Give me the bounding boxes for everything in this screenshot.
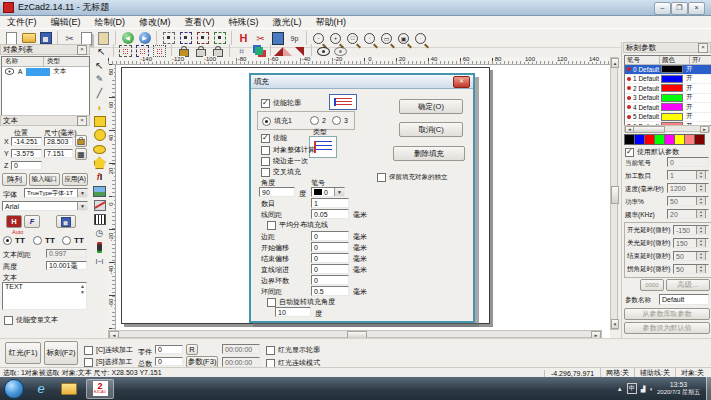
object-row[interactable]: A 文本 bbox=[2, 67, 89, 76]
width-field[interactable]: 28.503 bbox=[44, 137, 73, 146]
close-button[interactable]: × bbox=[688, 2, 705, 15]
text-panel-close-icon[interactable]: × bbox=[77, 116, 87, 126]
color-swatch[interactable] bbox=[695, 134, 705, 145]
end-delay-field[interactable]: 50▴▾ bbox=[673, 251, 709, 261]
scroll-up-icon[interactable]: ▲ bbox=[611, 58, 619, 68]
fill2-radio[interactable]: 2 bbox=[310, 116, 326, 125]
angle-field[interactable]: 90 bbox=[259, 187, 295, 197]
fill3-radio[interactable]: 3 bbox=[332, 116, 348, 125]
zoom-object-icon[interactable]: ◦ bbox=[361, 30, 378, 46]
chevron-down-icon[interactable]: ▼ bbox=[77, 202, 87, 210]
text-direction-horizontal[interactable]: TT bbox=[33, 236, 55, 245]
input-port-button[interactable]: 输入端口 bbox=[29, 173, 60, 186]
contour-preview-button[interactable] bbox=[329, 94, 357, 110]
pen-row[interactable]: 0 Default开 bbox=[625, 65, 711, 75]
ring-space-field[interactable]: 0.5 bbox=[311, 286, 349, 296]
laser-on-delay-field[interactable]: -150▴▾ bbox=[673, 225, 709, 235]
set-default-button[interactable]: 参数设为默认值 bbox=[624, 322, 710, 334]
output-port-tool-icon[interactable]: I~I bbox=[91, 253, 108, 269]
height-size-field[interactable]: 7.151 bbox=[44, 149, 73, 158]
enable-contour-checkbox[interactable]: 使能轮廓 bbox=[261, 98, 301, 108]
frequency-field[interactable]: 20▴▾ bbox=[667, 209, 709, 219]
clock[interactable]: 13:53 2020/7/3 星期五 bbox=[657, 380, 700, 397]
whole-calc-checkbox[interactable]: 对象整体计算 bbox=[261, 145, 315, 155]
reset-part-button[interactable]: R bbox=[186, 344, 198, 355]
zoom-prev-icon[interactable]: · bbox=[412, 30, 429, 46]
param-library-button[interactable]: 从参数库取参数 bbox=[624, 308, 710, 320]
z-position-field[interactable]: 0 bbox=[11, 161, 42, 170]
spinner-icon[interactable]: ▴▾ bbox=[696, 238, 706, 248]
y-position-field[interactable]: -3.575 bbox=[11, 149, 42, 158]
font-type-select[interactable]: TrueType字体-1T ▼ bbox=[24, 188, 88, 198]
mini-button[interactable]: 0000 bbox=[640, 279, 664, 291]
mark-params-close-icon[interactable]: × bbox=[698, 43, 708, 53]
color-swatch[interactable] bbox=[645, 134, 655, 145]
vertical-scrollbar[interactable]: ▲ ▼ bbox=[610, 57, 618, 330]
menu-modify[interactable]: 修改(M) bbox=[132, 16, 178, 29]
color-swatch[interactable] bbox=[685, 134, 695, 145]
select-mark-checkbox[interactable]: [S]选择加工 bbox=[84, 357, 133, 367]
pen-row[interactable]: 3 Default开 bbox=[625, 94, 711, 104]
menu-help[interactable]: 帮助(H) bbox=[309, 16, 354, 29]
pen-column[interactable]: 笔号 bbox=[625, 56, 660, 64]
average-lines-checkbox[interactable]: 平均分布填充线 bbox=[267, 220, 328, 230]
scrollbar-thumb[interactable] bbox=[611, 186, 619, 204]
scroll-down-icon[interactable]: ▼ bbox=[611, 319, 619, 329]
chevron-down-icon[interactable]: ▼ bbox=[334, 188, 344, 196]
spinner-icon[interactable]: ▴▾ bbox=[696, 264, 706, 274]
enable-checkbox[interactable]: 使能 bbox=[261, 133, 287, 143]
text-direction-auto[interactable]: TT bbox=[3, 236, 25, 245]
start-button[interactable] bbox=[4, 379, 24, 399]
ok-button[interactable]: 确定(O) bbox=[399, 99, 463, 114]
text-content-input[interactable]: TEXT bbox=[2, 282, 87, 310]
current-pen-field[interactable]: 0 bbox=[667, 157, 709, 167]
chevron-down-icon[interactable]: ▼ bbox=[77, 189, 87, 197]
x-position-field[interactable]: -14.251 bbox=[11, 137, 42, 146]
spinner-icon[interactable]: ▴▾ bbox=[696, 251, 706, 261]
rotate-angle-field[interactable]: 10 bbox=[275, 307, 311, 317]
line-space-field[interactable]: 0.05 bbox=[311, 209, 349, 219]
pen-table-scrollbar[interactable]: ◄ ► bbox=[624, 125, 710, 132]
show-desktop-button[interactable] bbox=[706, 377, 711, 400]
explorer-icon[interactable] bbox=[58, 380, 80, 398]
scroll-right-icon[interactable]: ► bbox=[700, 126, 709, 133]
laser-off-delay-field[interactable]: 150▴▾ bbox=[673, 238, 709, 248]
font-save-button[interactable] bbox=[56, 215, 76, 228]
on-column[interactable]: 开/ bbox=[690, 56, 700, 64]
char-spacing-field[interactable]: 0.997 bbox=[46, 249, 87, 258]
spinner-icon[interactable]: ▴▾ bbox=[696, 183, 706, 193]
char-height-field[interactable]: 10.001毫 bbox=[46, 261, 87, 270]
color-swatch[interactable] bbox=[675, 134, 685, 145]
corner-delay-field[interactable]: 50▴▾ bbox=[673, 264, 709, 274]
color-swatch[interactable] bbox=[624, 134, 635, 145]
use-default-params-checkbox[interactable]: 使用默认参数 bbox=[625, 147, 679, 157]
count-field[interactable]: 1 bbox=[311, 198, 349, 208]
end-offset-field[interactable]: 0 bbox=[311, 253, 349, 263]
menu-view[interactable]: 查看(V) bbox=[178, 16, 222, 29]
pen-select[interactable]: 0 ▼ bbox=[311, 187, 345, 197]
language-icon[interactable]: 中 bbox=[627, 383, 637, 394]
ezcad-task-button[interactable]: 2 EZCAD bbox=[86, 379, 114, 399]
spinner-icon[interactable]: ▴▾ bbox=[696, 225, 706, 235]
mark-count-field[interactable]: 1▴▾ bbox=[667, 170, 709, 180]
volume-icon[interactable]: ◖ bbox=[649, 386, 653, 392]
network-icon[interactable]: ▟ bbox=[641, 385, 646, 392]
restore-button[interactable]: ❐ bbox=[671, 2, 688, 15]
start-offset-field[interactable]: 0 bbox=[311, 242, 349, 252]
cross-hatch-checkbox[interactable]: 交叉填充 bbox=[261, 167, 301, 177]
calculator-icon[interactable]: ▦ bbox=[75, 148, 87, 160]
pen-row[interactable]: 2 Default开 bbox=[625, 84, 711, 94]
pen-row[interactable]: 5 Default开 bbox=[625, 113, 711, 123]
color-column[interactable]: 颜色 bbox=[660, 56, 690, 64]
margin-field[interactable]: 0 bbox=[311, 231, 349, 241]
color-swatch[interactable] bbox=[655, 134, 665, 145]
red-light-button[interactable]: 红光(F1) bbox=[5, 342, 41, 364]
bold-button[interactable]: H bbox=[6, 215, 22, 228]
font-name-select[interactable]: Arial ▼ bbox=[2, 201, 88, 211]
spinner-icon[interactable]: ▴▾ bbox=[696, 209, 706, 219]
italic-button[interactable]: F bbox=[24, 215, 40, 228]
menu-file[interactable]: 文件(F) bbox=[0, 16, 44, 29]
line-indent-field[interactable]: 0 bbox=[311, 264, 349, 274]
aspect-lock-button[interactable] bbox=[75, 135, 87, 147]
minimize-button[interactable]: – bbox=[654, 2, 671, 15]
